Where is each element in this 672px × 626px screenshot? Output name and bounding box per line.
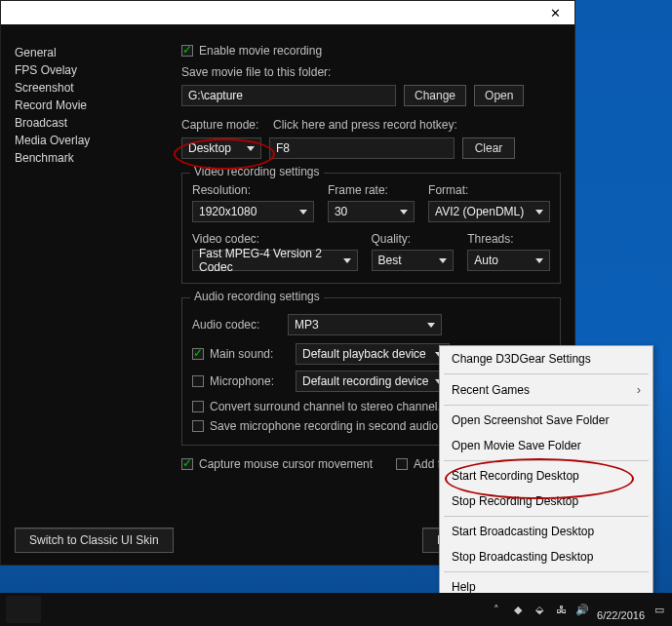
quality-value: Best: [378, 254, 402, 267]
main-sound-value: Default playback device: [302, 347, 426, 361]
checkbox-icon: [396, 458, 408, 470]
tray-volume-icon[interactable]: 🔊: [575, 603, 589, 616]
chevron-down-icon: [299, 210, 307, 215]
tray-context-menu: Change D3DGear Settings Recent Games Ope…: [439, 345, 653, 626]
audio-codec-label: Audio codec:: [192, 318, 280, 332]
checkbox-icon: [181, 45, 193, 57]
capture-cursor-label: Capture mouse cursor movement: [199, 457, 373, 471]
framerate-label: Frame rate:: [328, 183, 415, 197]
codec-label: Video codec:: [192, 232, 358, 246]
chevron-down-icon: [343, 258, 351, 263]
hotkey-input[interactable]: [269, 137, 455, 159]
menu-label: Start Recording Desktop: [452, 469, 579, 483]
convert-surround-label: Convert surround channel to stereo chann…: [210, 400, 441, 413]
menu-label: Change D3DGear Settings: [452, 352, 591, 366]
sidebar-item-broadcast[interactable]: Broadcast: [15, 114, 161, 132]
sidebar-item-benchmark[interactable]: Benchmark: [15, 149, 161, 167]
menu-separator: [444, 405, 649, 406]
checkbox-icon: [192, 375, 204, 387]
checkbox-icon: [181, 458, 193, 470]
format-label: Format:: [428, 183, 550, 197]
taskbar-clock[interactable]: . 6/22/2016: [597, 598, 645, 621]
codec-value: Fast MPEG-4 Version 2 Codec: [199, 247, 337, 274]
tray-app-icon[interactable]: ◆: [511, 603, 525, 616]
audio-settings-legend: Audio recording settings: [190, 290, 324, 303]
quality-label: Quality:: [372, 232, 455, 246]
sidebar-item-record-movie[interactable]: Record Movie: [15, 97, 161, 114]
chevron-down-icon: [439, 258, 447, 263]
menu-label: Open Screenshot Save Folder: [452, 413, 609, 427]
resolution-value: 1920x1080: [199, 205, 257, 218]
taskbar: ˄ ◆ ⬙ 🖧 🔊 . 6/22/2016 ▭: [0, 593, 672, 626]
resolution-label: Resolution:: [192, 183, 314, 197]
save-folder-label: Save movie file to this folder:: [181, 65, 561, 79]
hotkey-label: Click here and press record hotkey:: [273, 118, 457, 132]
menu-open-screenshot-folder[interactable]: Open Screenshot Save Folder: [440, 408, 652, 433]
menu-label: Stop Recording Desktop: [452, 494, 578, 508]
microphone-label: Microphone:: [210, 374, 274, 388]
codec-select[interactable]: Fast MPEG-4 Version 2 Codec: [192, 250, 358, 271]
menu-open-movie-folder[interactable]: Open Movie Save Folder: [440, 433, 652, 458]
threads-value: Auto: [474, 254, 498, 267]
change-button[interactable]: Change: [404, 85, 466, 106]
format-value: AVI2 (OpenDML): [435, 205, 524, 218]
chevron-down-icon: [427, 323, 435, 328]
main-sound-label: Main sound:: [210, 347, 273, 361]
menu-separator: [444, 571, 649, 572]
framerate-select[interactable]: 30: [328, 201, 415, 222]
tray-up-icon[interactable]: ˄: [490, 603, 503, 616]
threads-label: Threads:: [467, 232, 550, 246]
sidebar-item-screenshot[interactable]: Screenshot: [15, 79, 161, 97]
menu-stop-recording[interactable]: Stop Recording Desktop: [440, 489, 652, 514]
menu-stop-broadcasting[interactable]: Stop Broadcasting Desktop: [440, 544, 652, 569]
audio-codec-value: MP3: [295, 318, 319, 332]
open-button[interactable]: Open: [474, 85, 524, 106]
threads-select[interactable]: Auto: [467, 250, 550, 271]
menu-label: Open Movie Save Folder: [452, 439, 581, 452]
sidebar-item-general[interactable]: General: [15, 44, 161, 61]
capture-mode-value: Desktop: [188, 141, 231, 155]
titlebar: ✕: [1, 1, 574, 24]
microphone-checkbox[interactable]: Microphone:: [192, 374, 288, 388]
enable-recording-checkbox[interactable]: Enable movie recording: [181, 44, 561, 58]
save-mic-track-label: Save microphone recording in second audi…: [210, 419, 460, 433]
menu-label: Stop Broadcasting Desktop: [452, 550, 593, 564]
audio-codec-select[interactable]: MP3: [288, 314, 442, 335]
close-icon[interactable]: ✕: [541, 3, 569, 22]
menu-change-settings[interactable]: Change D3DGear Settings: [440, 346, 652, 372]
video-settings-legend: Video recording settings: [190, 165, 324, 178]
chevron-down-icon: [400, 210, 408, 215]
classic-skin-button[interactable]: Switch to Classic UI Skin: [15, 528, 174, 553]
menu-start-recording[interactable]: Start Recording Desktop: [440, 463, 652, 489]
menu-label: Recent Games: [452, 383, 530, 397]
capture-cursor-checkbox[interactable]: Capture mouse cursor movement: [181, 457, 373, 471]
sidebar-item-media-overlay[interactable]: Media Overlay: [15, 132, 161, 149]
quality-select[interactable]: Best: [372, 250, 455, 271]
menu-start-broadcasting[interactable]: Start Broadcasting Desktop: [440, 519, 652, 544]
clear-button[interactable]: Clear: [462, 137, 515, 159]
tray-app-icon[interactable]: ⬙: [533, 603, 546, 616]
tray-network-icon[interactable]: 🖧: [554, 603, 568, 616]
tray-notifications-icon[interactable]: ▭: [652, 603, 666, 616]
resolution-select[interactable]: 1920x1080: [192, 201, 314, 222]
sidebar-item-fps-overlay[interactable]: FPS Ovelay: [15, 61, 161, 79]
capture-mode-select[interactable]: Desktop: [181, 137, 261, 159]
format-select[interactable]: AVI2 (OpenDML): [428, 201, 550, 222]
checkbox-icon: [192, 420, 204, 432]
microphone-value: Default recording device: [302, 374, 428, 388]
main-sound-checkbox[interactable]: Main sound:: [192, 347, 288, 361]
chevron-down-icon: [535, 210, 543, 215]
taskbar-date: 6/22/2016: [597, 609, 645, 621]
main-sound-select[interactable]: Default playback device: [296, 343, 450, 365]
microphone-select[interactable]: Default recording device: [296, 371, 450, 392]
system-tray: ˄ ◆ ⬙ 🖧 🔊 . 6/22/2016 ▭: [490, 598, 666, 621]
menu-recent-games[interactable]: Recent Games: [440, 376, 652, 403]
taskbar-app[interactable]: [6, 596, 41, 623]
menu-separator: [444, 516, 649, 517]
checkbox-icon: [192, 348, 204, 360]
menu-separator: [444, 460, 649, 461]
menu-label: Help: [452, 580, 476, 594]
menu-label: Start Broadcasting Desktop: [452, 525, 594, 538]
framerate-value: 30: [335, 205, 347, 218]
save-folder-input[interactable]: [181, 85, 396, 106]
